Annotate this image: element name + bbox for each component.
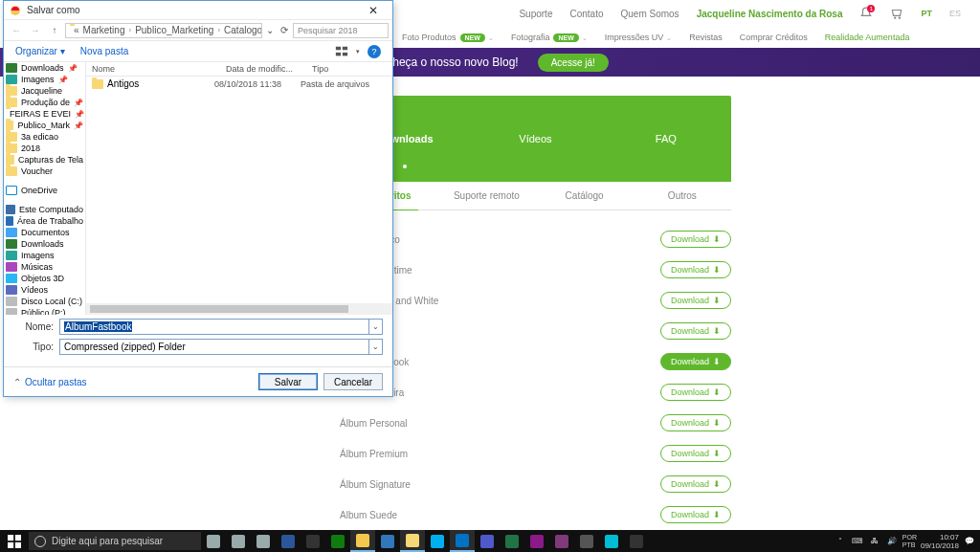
tray-lang[interactable]: POR PTB <box>902 534 917 549</box>
tree-item[interactable]: Voucher <box>4 166 85 177</box>
network-icon[interactable]: 🖧 <box>868 535 881 548</box>
search-input[interactable]: Pesquisar 2018 <box>293 23 389 38</box>
chrome-icon[interactable] <box>350 530 375 552</box>
menu-revistas[interactable]: Revistas <box>689 33 723 42</box>
spark-icon[interactable] <box>574 530 599 552</box>
file-list-header[interactable]: Nome Data de modific... Tipo <box>86 62 392 77</box>
menu-impressoes[interactable]: Impressões UV⌄ <box>605 33 673 42</box>
tree-item[interactable]: Jacqueline <box>4 85 85 97</box>
hide-folders-link[interactable]: Ocultar pastas <box>25 377 86 387</box>
tree-item[interactable]: Publico_Mark📌 <box>4 120 85 131</box>
help-icon[interactable]: ? <box>368 45 381 58</box>
refresh-icon[interactable]: ⟳ <box>278 25 291 35</box>
subtab-catalogo[interactable]: Catálogo <box>536 182 634 210</box>
new-folder-button[interactable]: Nova pasta <box>80 46 129 56</box>
xbox-icon[interactable] <box>325 530 350 552</box>
filetype-select[interactable]: Compressed (zipped) Folder <box>59 339 369 355</box>
tree-item[interactable]: Vídeos <box>4 284 85 296</box>
h-scrollbar[interactable] <box>86 303 392 315</box>
subtab-suporte[interactable]: Suporte remoto <box>437 182 535 210</box>
nav-back-icon[interactable]: ← <box>8 25 25 35</box>
menu-foto-produtos[interactable]: Foto ProdutosNEW⌄ <box>402 33 494 42</box>
clock[interactable]: 10:07 09/10/2018 <box>921 533 959 550</box>
tree-item[interactable]: OneDrive <box>4 185 85 196</box>
movie-icon[interactable] <box>624 530 649 552</box>
download-button[interactable]: Download⬇ <box>660 445 731 462</box>
tree-item[interactable]: FEIRAS E EVEI📌 <box>4 108 85 120</box>
blog-cta-button[interactable]: Acesse já! <box>538 54 609 72</box>
edge-icon[interactable] <box>375 530 400 552</box>
close-icon[interactable]: ✕ <box>360 4 387 17</box>
download-button[interactable]: Download⬇ <box>660 475 731 493</box>
tray-up-icon[interactable]: ˄ <box>834 535 847 548</box>
teams-icon[interactable] <box>475 530 500 552</box>
filename-input[interactable]: AlbumFastbook <box>59 319 369 335</box>
folder-tree[interactable]: Downloads📌Imagens📌JacquelineProdução de📌… <box>4 62 86 315</box>
path-dropdown-icon[interactable]: ⌄ <box>264 25 276 35</box>
user-name[interactable]: Jacqueline Nascimento da Rosa <box>697 9 843 19</box>
download-button[interactable]: Download⬇ <box>660 292 731 309</box>
taskbar-search[interactable]: Digite aqui para pesquisar <box>29 532 201 550</box>
skype-icon[interactable] <box>425 530 450 552</box>
onenote-icon[interactable] <box>549 530 574 552</box>
explorer-icon[interactable] <box>400 530 425 552</box>
filetype-dropdown[interactable]: ⌄ <box>369 339 383 355</box>
breadcrumb[interactable]: « Marketing› Publico_Marketing› Catalogo… <box>65 23 262 38</box>
menu-fotografia[interactable]: FotografiaNEW⌄ <box>511 33 588 42</box>
subtab-outros[interactable]: Outros <box>634 182 731 210</box>
view-mode-icon[interactable] <box>335 45 348 58</box>
organize-menu[interactable]: Organizar ▾ <box>15 46 65 56</box>
menu-realidade[interactable]: Realidade Aumentada <box>825 33 910 42</box>
nav-up-icon[interactable]: ↑ <box>46 25 63 35</box>
tree-item[interactable]: Este Computado <box>4 204 85 215</box>
link-suporte[interactable]: Suporte <box>519 9 552 19</box>
file-list[interactable]: Nome Data de modific... Tipo Antigos08/1… <box>86 62 392 315</box>
app1-icon[interactable] <box>524 530 549 552</box>
tree-item[interactable]: Disco Local (C:) <box>4 296 85 307</box>
download-button[interactable]: Download⬇ <box>660 261 731 278</box>
save-button[interactable]: Salvar <box>258 373 318 390</box>
lang-pt[interactable]: PT <box>921 9 932 18</box>
tree-item[interactable]: 3a edicao <box>4 131 85 143</box>
lang-es[interactable]: ES <box>949 9 961 18</box>
bell-icon[interactable]: 1 <box>859 7 873 20</box>
link-contato[interactable]: Contato <box>569 9 603 19</box>
download-button[interactable]: Download⬇ <box>660 353 731 370</box>
tree-item[interactable]: Produção de📌 <box>4 97 85 108</box>
word-icon[interactable] <box>276 530 301 552</box>
cancel-button[interactable]: Cancelar <box>323 373 383 390</box>
file-row[interactable]: Antigos08/10/2018 11:38Pasta de arquivos <box>86 77 392 91</box>
link-quemsomos[interactable]: Quem Somos <box>620 9 679 19</box>
system-tray[interactable]: ˄ ⌨ 🖧 🔊 POR PTB 10:07 09/10/2018 💬 <box>834 533 980 550</box>
filename-dropdown[interactable]: ⌄ <box>369 319 383 335</box>
download-button[interactable]: Download⬇ <box>660 231 731 248</box>
tree-item[interactable]: Músicas <box>4 261 85 273</box>
nav-fwd-icon[interactable]: → <box>27 25 44 35</box>
tree-item[interactable]: Imagens📌 <box>4 74 85 85</box>
tree-item[interactable]: Downloads <box>4 238 85 250</box>
cart-icon[interactable] <box>890 7 903 20</box>
tree-item[interactable]: Capturas de Tela <box>4 154 85 166</box>
download-button[interactable]: Download⬇ <box>660 322 731 340</box>
store-icon[interactable] <box>251 530 276 552</box>
photos-icon[interactable] <box>599 530 624 552</box>
task-view-icon[interactable] <box>201 530 226 552</box>
tab-videos[interactable]: Vídeos <box>470 96 600 182</box>
start-button[interactable] <box>0 530 29 552</box>
volume-icon[interactable]: 🔊 <box>885 535 899 548</box>
notifications-icon[interactable]: 💬 <box>963 535 976 548</box>
download-button[interactable]: Download⬇ <box>660 506 731 523</box>
calc-icon[interactable] <box>301 530 325 552</box>
tab-faq[interactable]: FAQ <box>601 96 731 182</box>
tree-item[interactable]: 2018 <box>4 143 85 154</box>
people-icon[interactable] <box>226 530 251 552</box>
outlook-icon[interactable] <box>450 530 475 552</box>
download-button[interactable]: Download⬇ <box>660 414 731 431</box>
tree-item[interactable]: Downloads📌 <box>4 62 85 74</box>
tree-item[interactable]: Documentos <box>4 227 85 238</box>
download-button[interactable]: Download⬇ <box>660 384 731 401</box>
tree-item[interactable]: Área de Trabalho <box>4 215 85 227</box>
chevron-up-icon[interactable]: ⌃ <box>13 377 21 387</box>
tree-item[interactable]: Imagens <box>4 250 85 261</box>
menu-comprar-creditos[interactable]: Comprar Créditos <box>740 33 808 42</box>
